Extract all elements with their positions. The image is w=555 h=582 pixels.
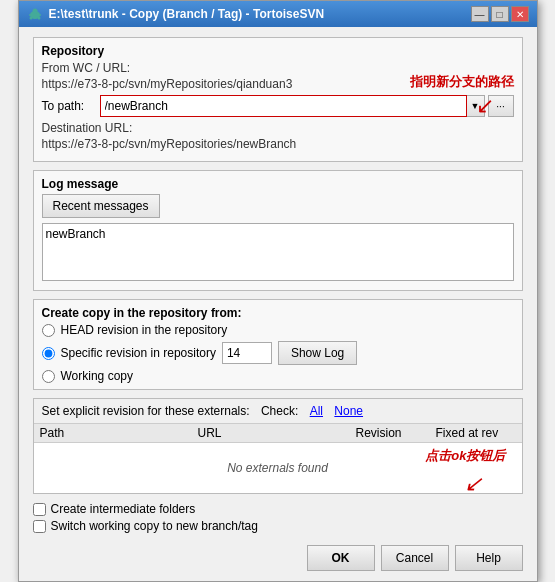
svg-point-5 (39, 14, 41, 16)
col-path: Path (40, 426, 198, 440)
svg-point-2 (29, 17, 32, 20)
switch-working-copy-label: Switch working copy to new branch/tag (51, 519, 258, 533)
from-wc-value: https://e73-8-pc/svn/myRepositories/qian… (42, 77, 514, 91)
minimize-button[interactable]: — (471, 6, 489, 22)
annotation-arrow-2: ↙ (464, 471, 482, 497)
svg-point-3 (37, 17, 40, 20)
button-row: OK Cancel Help (33, 541, 523, 571)
title-bar-left: E:\test\trunk - Copy (Branch / Tag) - To… (27, 6, 325, 22)
radio-specific[interactable] (42, 347, 55, 360)
col-url: URL (198, 426, 356, 440)
close-button[interactable]: ✕ (511, 6, 529, 22)
all-link[interactable]: All (310, 404, 323, 418)
log-message-label: Log message (42, 177, 514, 191)
create-intermediate-label: Create intermediate folders (51, 502, 196, 516)
revision-input[interactable] (222, 342, 272, 364)
annotation-text-2: 点击ok按钮后 (425, 447, 505, 465)
repository-group: Repository From WC / URL: https://e73-8-… (33, 37, 523, 162)
check-label: Check: (261, 404, 298, 418)
radio-head-label: HEAD revision in the repository (61, 323, 228, 337)
to-path-input[interactable] (100, 95, 467, 117)
check-row-2: Switch working copy to new branch/tag (33, 519, 523, 533)
dialog-content: Repository From WC / URL: https://e73-8-… (19, 27, 537, 581)
maximize-button[interactable]: □ (491, 6, 509, 22)
browse-button[interactable]: ··· (488, 95, 514, 117)
radio-head[interactable] (42, 324, 55, 337)
no-externals-text: No externals found (227, 461, 328, 475)
svg-point-1 (32, 9, 37, 14)
repository-label: Repository (42, 44, 514, 58)
check-row-1: Create intermediate folders (33, 502, 523, 516)
externals-table-body: No externals found ↙ 点击ok按钮后 (34, 443, 522, 493)
none-link[interactable]: None (334, 404, 363, 418)
tortoise-icon (27, 6, 43, 22)
switch-working-copy-checkbox[interactable] (33, 520, 46, 533)
destination-label: Destination URL: (42, 121, 514, 135)
title-bar: E:\test\trunk - Copy (Branch / Tag) - To… (19, 1, 537, 27)
externals-section-label: Set explicit revision for these external… (42, 404, 250, 418)
cancel-button[interactable]: Cancel (381, 545, 449, 571)
radio-working-label: Working copy (61, 369, 133, 383)
svg-point-4 (29, 14, 31, 16)
radio-row-head: HEAD revision in the repository (42, 323, 514, 337)
help-button[interactable]: Help (455, 545, 523, 571)
show-log-button[interactable]: Show Log (278, 341, 357, 365)
externals-box: Set explicit revision for these external… (33, 398, 523, 494)
bottom-checks: Create intermediate folders Switch worki… (33, 502, 523, 533)
create-copy-group: Create copy in the repository from: HEAD… (33, 299, 523, 390)
radio-row-specific: Specific revision in repository Show Log (42, 341, 514, 365)
externals-check-row: Set explicit revision for these external… (42, 404, 514, 418)
externals-header: Set explicit revision for these external… (34, 399, 522, 423)
to-path-label: To path: (42, 99, 100, 113)
radio-group: HEAD revision in the repository Specific… (42, 323, 514, 383)
recent-messages-button[interactable]: Recent messages (42, 194, 160, 218)
create-intermediate-checkbox[interactable] (33, 503, 46, 516)
col-revision: Revision (356, 426, 436, 440)
create-copy-label: Create copy in the repository from: (42, 306, 514, 320)
from-wc-label: From WC / URL: (42, 61, 514, 75)
combo-dropdown-button[interactable]: ▼ (467, 95, 485, 117)
radio-specific-label: Specific revision in repository (61, 346, 216, 360)
log-message-group: Log message Recent messages newBranch (33, 170, 523, 291)
to-path-section: To path: ▼ ··· ↙ 指明新分支的路径 (42, 95, 514, 117)
log-textarea[interactable]: newBranch (42, 223, 514, 281)
radio-row-working: Working copy (42, 369, 514, 383)
title-buttons: — □ ✕ (471, 6, 529, 22)
to-path-row: To path: ▼ ··· (42, 95, 514, 117)
main-window: E:\test\trunk - Copy (Branch / Tag) - To… (18, 0, 538, 582)
window-title: E:\test\trunk - Copy (Branch / Tag) - To… (49, 7, 325, 21)
radio-working[interactable] (42, 370, 55, 383)
col-fixed: Fixed at rev (436, 426, 516, 440)
externals-table-header: Path URL Revision Fixed at rev (34, 423, 522, 443)
destination-value: https://e73-8-pc/svn/myRepositories/newB… (42, 137, 514, 151)
ok-button[interactable]: OK (307, 545, 375, 571)
